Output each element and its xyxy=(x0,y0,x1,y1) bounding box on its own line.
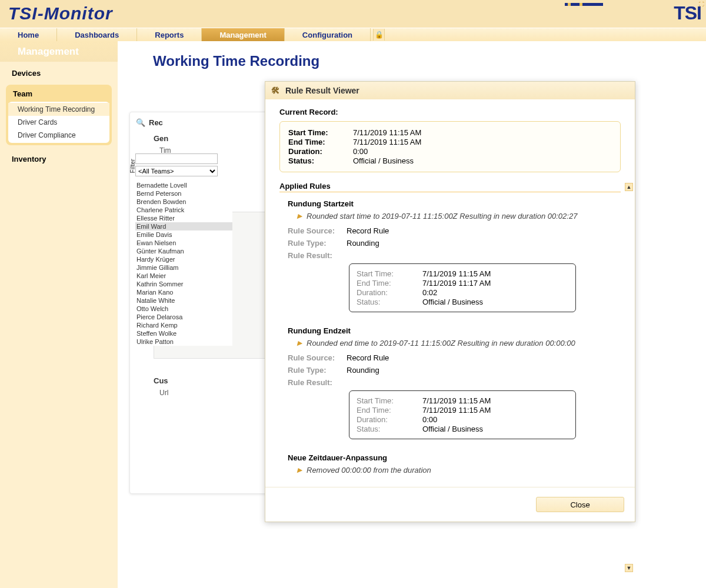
app-header: TSI-Monitor TSI ⛶ xyxy=(0,0,706,28)
person-item[interactable]: Günter Kaufman xyxy=(135,247,232,255)
person-item[interactable]: Otto Welch xyxy=(135,305,232,313)
value-rule-type: Rounding xyxy=(347,366,379,375)
rule-summary: ▶Rounded start time to 2019-07-11 11:15:… xyxy=(297,212,621,220)
nav-reports[interactable]: Reports xyxy=(137,28,202,41)
play-icon: ▶ xyxy=(297,212,302,220)
brand-suffix: TSI xyxy=(674,2,701,24)
person-item[interactable]: Brenden Bowden xyxy=(135,198,232,206)
person-item[interactable]: Charlene Patrick xyxy=(135,206,232,214)
person-list: Bernadette LovellBernd PetersonBrenden B… xyxy=(135,181,232,346)
main-nav: Home Dashboards Reports Management Confi… xyxy=(0,28,706,41)
rule-block: Rundung Endzeit ▶Rounded end time to 201… xyxy=(279,326,621,439)
label-rule-result: Rule Result: xyxy=(288,251,347,260)
person-item[interactable]: Bernd Peterson xyxy=(135,189,232,198)
value-end: 7/11/2019 11:15 AM xyxy=(353,138,421,146)
person-item[interactable]: Ewan Nielsen xyxy=(135,239,232,247)
magnifier-icon: 🔍 xyxy=(136,118,145,127)
dialog-header: 🛠 Rule Result Viewer xyxy=(265,82,635,99)
rule-summary: ▶Removed 00:00:00 from the duration xyxy=(297,466,621,475)
app-logo: TSI-Monitor xyxy=(8,4,113,24)
person-item[interactable]: Emilie Davis xyxy=(135,230,232,239)
nav-dashboards[interactable]: Dashboards xyxy=(57,28,137,41)
lock-icon[interactable]: 🔒 xyxy=(373,29,385,41)
rule-block: Neue Zeitdauer-Anpassung ▶Removed 00:00:… xyxy=(279,453,621,475)
scroll-down-icon[interactable]: ▼ xyxy=(625,564,633,572)
current-record-label: Current Record: xyxy=(279,108,621,116)
label-start: Start Time: xyxy=(288,128,353,137)
value-rule-source: Record Rule xyxy=(347,226,389,235)
person-item[interactable]: Ellesse Ritter xyxy=(135,214,232,222)
person-item[interactable]: Natalie White xyxy=(135,296,232,305)
current-record-box: Start Time:7/11/2019 11:15 AM End Time:7… xyxy=(279,121,621,172)
nav-configuration[interactable]: Configuration xyxy=(285,28,371,41)
label-rule-type: Rule Type: xyxy=(288,366,347,375)
sidebar: Management Devices Team Working Time Rec… xyxy=(0,41,118,588)
rule-name: Rundung Endzeit xyxy=(288,326,621,335)
person-item[interactable]: Jimmie Gilliam xyxy=(135,263,232,272)
person-item[interactable]: Bernadette Lovell xyxy=(135,181,232,189)
dialog-body[interactable]: Current Record: Start Time:7/11/2019 11:… xyxy=(265,99,635,487)
nav-management[interactable]: Management xyxy=(202,28,284,41)
person-item[interactable]: Marian Kano xyxy=(135,288,232,296)
sidebar-item-driver-cards[interactable]: Driver Cards xyxy=(8,116,109,129)
value-rule-type: Rounding xyxy=(347,239,379,248)
person-item[interactable]: Richard Kemp xyxy=(135,321,232,329)
brand-pixel-logo xyxy=(562,3,656,26)
sidebar-item-working-time[interactable]: Working Time Recording xyxy=(8,103,109,116)
value-status: Official / Business xyxy=(353,156,414,165)
label-end: End Time: xyxy=(288,138,353,146)
label-status: Status: xyxy=(288,156,353,165)
value-duration: 0:00 xyxy=(353,147,368,156)
sidebar-devices[interactable]: Devices xyxy=(0,62,118,82)
label-rule-type: Rule Type: xyxy=(288,239,347,248)
person-item[interactable]: Kathrin Sommer xyxy=(135,280,232,288)
dialog-footer: Close xyxy=(265,487,635,522)
person-item[interactable]: Emil Ward xyxy=(135,222,232,230)
person-item[interactable]: Hardy Krüger xyxy=(135,255,232,263)
filter-panel: Filter <All Teams> Bernadette LovellBern… xyxy=(135,153,232,346)
rule-summary: ▶Rounded end time to 2019-07-11 11:15:00… xyxy=(297,339,621,348)
value-rule-source: Record Rule xyxy=(347,353,389,362)
page-title: Working Time Recording xyxy=(153,53,706,69)
filter-side-label: Filter xyxy=(129,159,136,173)
rule-block: Rundung Startzeit ▶Rounded start time to… xyxy=(279,199,621,312)
resize-controls: ⛶ xyxy=(699,1,705,7)
person-item[interactable]: Pierce Delarosa xyxy=(135,313,232,321)
person-item[interactable]: Karl Meier xyxy=(135,272,232,280)
sidebar-header: Management xyxy=(0,41,118,62)
filter-input[interactable] xyxy=(135,153,218,164)
label-duration: Duration: xyxy=(288,147,353,156)
rule-result-dialog: 🛠 Rule Result Viewer ▲ Current Record: S… xyxy=(265,81,635,522)
applied-rules-label: Applied Rules xyxy=(279,182,621,192)
dialog-title: Rule Result Viewer xyxy=(285,86,359,95)
rule-result-box: Start Time:7/11/2019 11:15 AM End Time:7… xyxy=(349,263,576,312)
rule-result-box: Start Time:7/11/2019 11:15 AM End Time:7… xyxy=(349,390,576,439)
tools-icon: 🛠 xyxy=(271,86,281,95)
close-button[interactable]: Close xyxy=(536,497,624,512)
sidebar-item-driver-compliance[interactable]: Driver Compliance xyxy=(8,129,109,142)
rule-name: Rundung Startzeit xyxy=(288,199,621,208)
label-rule-source: Rule Source: xyxy=(288,226,347,235)
label-rule-source: Rule Source: xyxy=(288,353,347,362)
play-icon: ▶ xyxy=(297,466,302,474)
person-item[interactable]: Ulrike Patton xyxy=(135,338,232,346)
play-icon: ▶ xyxy=(297,339,302,347)
person-item[interactable]: Steffen Wolke xyxy=(135,329,232,338)
value-start: 7/11/2019 11:15 AM xyxy=(353,128,421,137)
team-select[interactable]: <All Teams> xyxy=(135,166,218,176)
rule-name: Neue Zeitdauer-Anpassung xyxy=(288,453,621,462)
sidebar-group-team: Team Working Time Recording Driver Cards… xyxy=(6,85,112,145)
fullscreen-icon[interactable]: ⛶ xyxy=(699,1,705,7)
nav-home[interactable]: Home xyxy=(0,28,57,41)
label-rule-result: Rule Result: xyxy=(288,378,347,387)
sidebar-team-title[interactable]: Team xyxy=(8,89,109,102)
sidebar-inventory[interactable]: Inventory xyxy=(0,148,118,168)
